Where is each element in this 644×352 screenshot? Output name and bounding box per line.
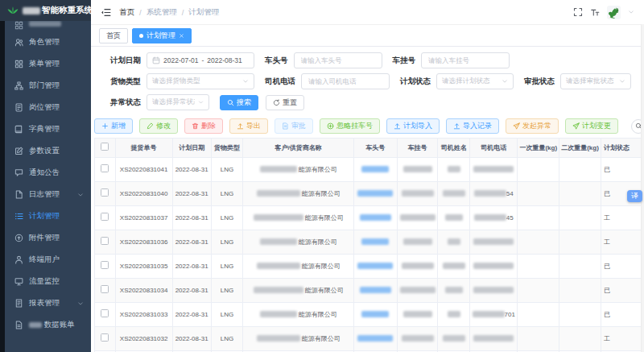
- tab-close-icon[interactable]: [179, 33, 184, 39]
- sidebar-item-redacted[interactable]: [5, 21, 91, 31]
- sidebar-item-菜单管理[interactable]: 菜单管理: [5, 53, 91, 75]
- sidebar-item-参数设置[interactable]: 参数设置: [5, 140, 91, 162]
- 计划导入-button[interactable]: 计划导入: [386, 118, 440, 134]
- vertical-scrollbar[interactable]: [641, 24, 644, 352]
- row-checkbox[interactable]: [101, 213, 109, 221]
- col-header-计划状态: 计划状态: [601, 139, 641, 157]
- truck-no-redacted: [357, 190, 393, 197]
- trailer-no-redacted: [403, 166, 432, 172]
- customer-prefix-redacted: [254, 287, 303, 293]
- 发起异常-button[interactable]: 发起异常: [506, 118, 559, 134]
- cell-driver-name: [438, 326, 470, 350]
- sidebar-item-label: 岗位管理: [29, 102, 60, 113]
- driver-name-redacted: [448, 311, 460, 317]
- sidebar-item-附件管理[interactable]: 附件管理: [5, 227, 91, 249]
- cargo-type-select[interactable]: 请选择货物类型: [147, 73, 254, 89]
- driver-phone-redacted: [473, 335, 514, 342]
- cell-driver-phone: 701: [470, 302, 518, 326]
- trash-icon: [192, 122, 199, 130]
- row-checkbox[interactable]: [101, 261, 109, 269]
- tab-bar: 首页计划管理: [91, 25, 644, 47]
- sidebar-item-部门管理[interactable]: 部门管理: [5, 75, 91, 97]
- table-toolbar: 新增修改删除导出审批忽略挂车号计划导入导入记录发起异常计划变更: [91, 115, 644, 134]
- truck-no-input[interactable]: [299, 56, 377, 65]
- user-avatar[interactable]: [607, 6, 621, 19]
- fullscreen-icon[interactable]: [573, 7, 583, 17]
- cell-cargo-type: LNG: [211, 278, 243, 302]
- row-checkbox[interactable]: [101, 285, 109, 293]
- tab-计划管理[interactable]: 计划管理: [132, 28, 192, 43]
- sidebar-item-流量监控[interactable]: 流量监控: [5, 271, 91, 292]
- avatar-dropdown-caret-icon[interactable]: [628, 9, 634, 15]
- collapse-sidebar-icon[interactable]: [101, 7, 111, 18]
- row-checkbox[interactable]: [101, 164, 109, 172]
- cell-checkbox: [95, 205, 115, 230]
- sidebar-item-字典管理[interactable]: 字典管理: [5, 118, 91, 140]
- driver-name-redacted: [448, 166, 460, 172]
- row-checkbox[interactable]: [101, 333, 109, 342]
- 删除-button[interactable]: 删除: [184, 118, 223, 134]
- font-size-icon[interactable]: [590, 7, 600, 17]
- table-row[interactable]: XS202208310412022-08-31LNG 能源有限公司已: [95, 157, 642, 181]
- sidebar-item-label: 数据账单: [29, 320, 75, 330]
- cell-order-no: XS20220831037: [115, 205, 172, 230]
- 忽略挂车号-button[interactable]: 忽略挂车号: [320, 118, 380, 134]
- translate-float-badge[interactable]: 译: [627, 190, 642, 202]
- 计划变更-button[interactable]: 计划变更: [565, 118, 618, 134]
- sidebar-item-日志管理[interactable]: 日志管理: [5, 184, 91, 205]
- cell-driver-phone: [470, 254, 518, 278]
- sidebar-item-通知公告[interactable]: 通知公告: [5, 162, 91, 184]
- plan-status-select[interactable]: 请选择计划状态: [436, 73, 514, 89]
- main-area: 首页/系统管理/计划管理 首页计划管理 计划日期: [91, 0, 644, 352]
- table-row[interactable]: XS202208310372022-08-31LNG 能源有限公司45工: [95, 205, 642, 230]
- row-checkbox[interactable]: [101, 188, 109, 197]
- trailer-no-input[interactable]: [427, 56, 504, 65]
- app-window: 智能称重系统 角色管理菜单管理部门管理岗位管理字典管理参数设置通知公告日志管理计…: [0, 0, 644, 352]
- tab-首页[interactable]: 首页: [99, 28, 128, 43]
- driver-phone-input[interactable]: [307, 77, 384, 86]
- breadcrumb-item[interactable]: 首页: [119, 7, 134, 18]
- table-row[interactable]: XS202208310322022-08-31LNG 能源有限公司工: [95, 326, 642, 350]
- sidebar-item-报表管理[interactable]: 报表管理: [5, 292, 91, 314]
- sidebar-item-岗位管理[interactable]: 岗位管理: [5, 97, 91, 118]
- table-row[interactable]: XS202208310342022-08-31LNG 能源有限公司已: [95, 278, 642, 302]
- chevron-down-icon: [77, 192, 84, 198]
- cell-trailer-no: [397, 230, 438, 254]
- table-row[interactable]: XS202208310362022-08-31LNG 能源有限公司工: [95, 230, 642, 254]
- select-all-checkbox[interactable]: [101, 143, 109, 151]
- cell-driver-name: [438, 157, 470, 181]
- plus-icon: [101, 122, 109, 130]
- table-row[interactable]: XS202208310352022-08-31LNG 能源有限公司已: [95, 254, 642, 278]
- cell-weight1: [518, 278, 559, 302]
- sidebar-item-终端用户[interactable]: 终端用户: [5, 249, 91, 271]
- cell-truck-no: [353, 181, 397, 205]
- row-checkbox[interactable]: [101, 309, 109, 317]
- abnormal-status-select[interactable]: 请选择异常状态: [147, 94, 209, 110]
- sidebar-item-label: 菜单管理: [29, 59, 60, 69]
- 导入记录-button[interactable]: 导入记录: [446, 118, 499, 134]
- leaf-logo-icon: [6, 4, 19, 17]
- search-button[interactable]: 搜索: [220, 95, 258, 110]
- sidebar-item-数据账单[interactable]: 数据账单: [5, 314, 91, 336]
- sidebar-item-角色管理[interactable]: 角色管理: [5, 31, 91, 53]
- table-row[interactable]: XS202208310402022-08-31LNG 能源有限公司54已: [95, 181, 642, 205]
- col-header-计划日期: 计划日期: [172, 139, 211, 157]
- plan-date-range-input[interactable]: 2022-07-01 - 2022-08-31: [147, 52, 254, 68]
- cell-trailer-no: [397, 302, 438, 326]
- row-checkbox[interactable]: [101, 237, 109, 245]
- breadcrumb-item[interactable]: 系统管理: [147, 7, 177, 18]
- approve-status-select[interactable]: 请选择审批状态: [560, 73, 631, 89]
- 导出-button[interactable]: 导出: [229, 118, 268, 134]
- 审批-button[interactable]: 审批: [275, 118, 313, 134]
- cargo-type-placeholder: 请选择货物类型: [152, 77, 200, 86]
- reset-button[interactable]: 重置: [266, 95, 304, 110]
- 修改-button[interactable]: 修改: [139, 118, 178, 134]
- plan-status-placeholder: 请选择计划状态: [442, 77, 490, 86]
- table-row[interactable]: XS202208310332022-08-31LNG 能源有限公司701已: [95, 302, 642, 326]
- cell-driver-name: [438, 302, 470, 326]
- driver-name-redacted: [443, 335, 465, 342]
- cell-weight2: [559, 254, 601, 278]
- 新增-button[interactable]: 新增: [94, 118, 133, 134]
- badge-icon: [14, 103, 23, 112]
- sidebar-item-计划管理[interactable]: 计划管理: [5, 205, 91, 227]
